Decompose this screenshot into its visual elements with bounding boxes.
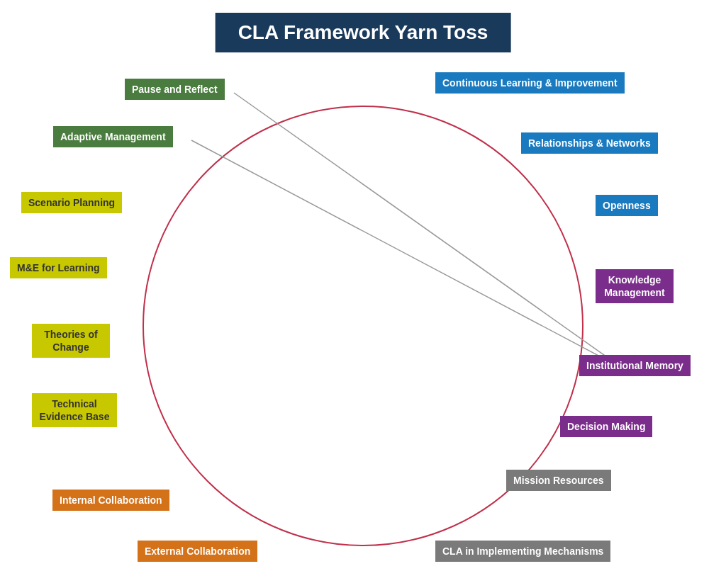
node-internal-collab: Internal Collaboration — [52, 490, 169, 511]
node-technical-evidence: Technical Evidence Base — [32, 393, 117, 427]
node-me-learning: M&E for Learning — [10, 257, 107, 278]
node-institutional-memory: Institutional Memory — [579, 355, 691, 376]
node-cla-implementing: CLA in Implementing Mechanisms — [435, 541, 610, 562]
page-title: CLA Framework Yarn Toss — [216, 13, 511, 52]
main-container: CLA Framework Yarn Toss Pause and Reflec… — [0, 0, 726, 588]
node-openness: Openness — [596, 195, 658, 216]
node-decision-making: Decision Making — [560, 416, 652, 437]
node-continuous-learning: Continuous Learning & Improvement — [435, 72, 625, 94]
node-scenario-planning: Scenario Planning — [21, 192, 122, 213]
yarn-line-2 — [191, 140, 624, 369]
node-relationships: Relationships & Networks — [521, 132, 658, 154]
node-mission-resources: Mission Resources — [506, 470, 611, 491]
node-pause-reflect: Pause and Reflect — [125, 79, 225, 100]
node-theories-change: Theories of Change — [32, 324, 110, 358]
node-knowledge-mgmt: Knowledge Management — [596, 269, 674, 303]
node-adaptive-mgmt: Adaptive Management — [53, 126, 173, 147]
node-external-collab: External Collaboration — [138, 541, 257, 562]
